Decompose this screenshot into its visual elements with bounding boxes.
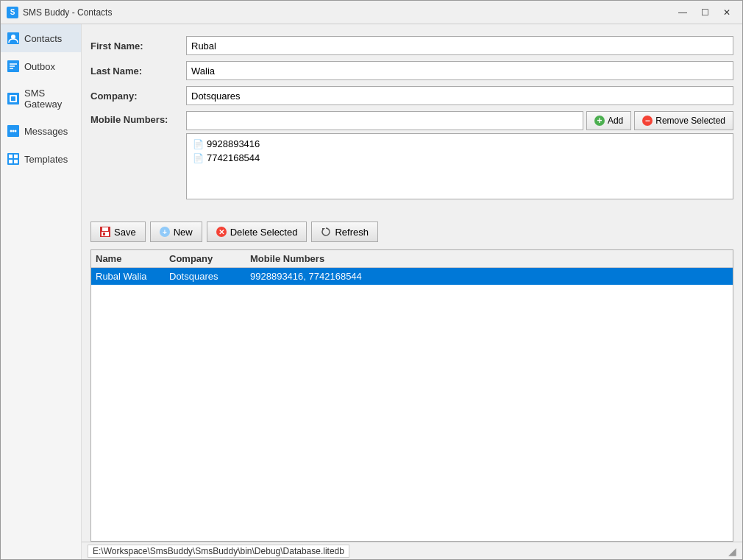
first-name-input[interactable] xyxy=(186,36,733,55)
db-path-text: E:\Workspace\SmsBuddy\SmsBuddy\bin\Debug… xyxy=(88,545,349,558)
row-company: Dotsquares xyxy=(169,271,250,282)
phone-icon-2: 📄 xyxy=(193,153,204,163)
row-name: Rubal Walia xyxy=(96,271,169,282)
close-button[interactable]: ✕ xyxy=(717,5,736,20)
save-icon xyxy=(100,227,110,237)
svg-rect-12 xyxy=(14,155,18,158)
remove-label: Remove Selected xyxy=(655,116,725,126)
phone-icon-1: 📄 xyxy=(193,139,204,149)
svg-point-8 xyxy=(13,130,15,132)
mobile-input-row: + Add − Remove Selected xyxy=(186,111,733,130)
contacts-icon xyxy=(7,32,20,45)
main-content: Contacts Outbox SMS Gateway M xyxy=(1,24,742,559)
grid-header: Name Company Mobile Numbers xyxy=(91,250,733,268)
svg-marker-21 xyxy=(322,228,325,231)
mobile-numbers-label: Mobile Numbers: xyxy=(90,111,186,125)
save-label: Save xyxy=(114,227,136,238)
mobile-number-input[interactable] xyxy=(186,111,583,130)
last-name-row: Last Name: xyxy=(90,61,733,80)
maximize-button[interactable]: ☐ xyxy=(695,5,714,20)
add-button[interactable]: + Add xyxy=(586,111,631,130)
add-label: Add xyxy=(608,116,623,126)
window-controls: — ☐ ✕ xyxy=(673,5,736,20)
phone-number-1: 9928893416 xyxy=(207,138,260,149)
contacts-grid: Name Company Mobile Numbers Rubal Walia … xyxy=(90,249,733,542)
sms-gateway-icon xyxy=(7,92,20,105)
remove-selected-button[interactable]: − Remove Selected xyxy=(634,111,733,130)
grid-body: Rubal Walia Dotsquares 9928893416, 77421… xyxy=(91,268,733,541)
minimize-button[interactable]: — xyxy=(673,5,692,20)
svg-rect-13 xyxy=(9,160,13,163)
new-label: New xyxy=(174,227,193,238)
sidebar-item-messages[interactable]: Messages xyxy=(1,117,81,145)
outbox-label: Outbox xyxy=(24,61,55,72)
outbox-icon xyxy=(7,60,20,73)
refresh-icon xyxy=(321,227,331,237)
company-input[interactable] xyxy=(186,86,733,105)
window-title: SMS Buddy - Contacts xyxy=(23,7,673,18)
svg-rect-16 xyxy=(102,227,108,231)
action-buttons: Save + New ✕ Delete Selected Refresh xyxy=(82,217,742,249)
app-icon: S xyxy=(7,7,18,18)
mobile-numbers-right: + Add − Remove Selected 📄 9928893416 xyxy=(186,111,733,199)
svg-rect-14 xyxy=(14,160,18,163)
new-button[interactable]: + New xyxy=(150,221,202,242)
svg-point-7 xyxy=(10,130,13,132)
svg-point-9 xyxy=(15,130,17,132)
templates-icon xyxy=(7,152,20,166)
phone-list-item[interactable]: 📄 9928893416 xyxy=(190,137,730,151)
sidebar-item-outbox[interactable]: Outbox xyxy=(1,52,81,80)
refresh-label: Refresh xyxy=(335,227,369,238)
new-icon: + xyxy=(160,227,170,237)
grid-header-mobile: Mobile Numbers xyxy=(250,253,728,264)
delete-selected-button[interactable]: ✕ Delete Selected xyxy=(207,221,307,242)
templates-label: Templates xyxy=(24,154,68,165)
svg-rect-11 xyxy=(9,155,13,158)
right-panel: First Name: Last Name: Company: Mobile N… xyxy=(82,24,742,559)
svg-point-1 xyxy=(11,35,15,39)
first-name-row: First Name: xyxy=(90,36,733,55)
grid-header-name: Name xyxy=(96,253,169,264)
grid-header-company: Company xyxy=(169,253,250,264)
svg-rect-5 xyxy=(11,96,15,101)
sidebar-item-templates[interactable]: Templates xyxy=(1,145,81,173)
remove-icon: − xyxy=(642,116,653,126)
row-mobile: 9928893416, 7742168544 xyxy=(250,271,728,282)
last-name-input[interactable] xyxy=(186,61,733,80)
sidebar-item-sms-gateway[interactable]: SMS Gateway xyxy=(1,80,81,117)
last-name-label: Last Name: xyxy=(90,65,186,77)
sidebar-item-contacts[interactable]: Contacts xyxy=(1,24,81,52)
table-row[interactable]: Rubal Walia Dotsquares 9928893416, 77421… xyxy=(91,268,733,285)
mobile-numbers-row: Mobile Numbers: + Add − Remove Selected xyxy=(90,111,733,199)
contacts-label: Contacts xyxy=(24,33,62,44)
status-bar: E:\Workspace\SmsBuddy\SmsBuddy\bin\Debug… xyxy=(82,542,742,559)
delete-selected-label: Delete Selected xyxy=(230,227,298,238)
first-name-label: First Name: xyxy=(90,40,186,52)
sidebar: Contacts Outbox SMS Gateway M xyxy=(1,24,82,559)
title-bar: S SMS Buddy - Contacts — ☐ ✕ xyxy=(1,1,742,24)
company-row: Company: xyxy=(90,86,733,105)
svg-rect-18 xyxy=(103,233,105,235)
delete-icon: ✕ xyxy=(216,227,227,237)
messages-label: Messages xyxy=(24,126,68,137)
messages-icon xyxy=(7,124,20,138)
phone-number-list: 📄 9928893416 📄 7742168544 xyxy=(186,133,733,199)
add-icon: + xyxy=(594,116,605,126)
save-button[interactable]: Save xyxy=(90,221,146,242)
svg-text:+: + xyxy=(163,228,167,236)
form-area: First Name: Last Name: Company: Mobile N… xyxy=(82,24,742,217)
phone-number-2: 7742168544 xyxy=(207,152,260,163)
company-label: Company: xyxy=(90,91,186,102)
resize-handle: ◢ xyxy=(728,545,736,557)
refresh-button[interactable]: Refresh xyxy=(311,221,378,242)
phone-list-item[interactable]: 📄 7742168544 xyxy=(190,151,730,165)
sms-gateway-label: SMS Gateway xyxy=(24,88,75,110)
